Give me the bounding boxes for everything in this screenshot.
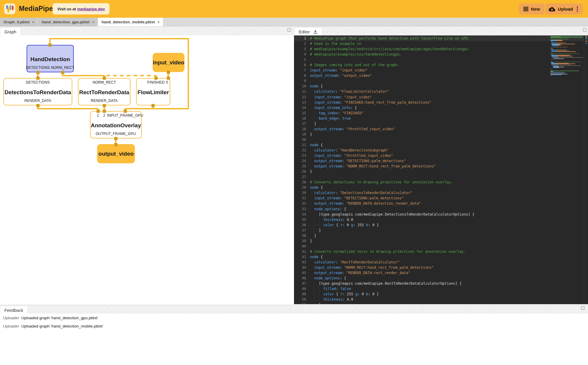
file-tab-hand_detection_mobile.pbtxt[interactable]: hand_detection_mobile.pbtxt×: [98, 18, 163, 26]
line-number: 26: [294, 170, 310, 174]
node-input-label: 1: [97, 113, 99, 118]
code-line: 27: [294, 174, 584, 180]
editor-panel-expand-icon[interactable]: [583, 28, 586, 32]
code-line: 43 calculator: "RectToRenderDataCalculat…: [294, 260, 584, 265]
code-line: 12 input_stream: "input_video": [294, 94, 584, 100]
minimap[interactable]: [551, 36, 583, 76]
code-line: 16 back_edge: true: [294, 116, 584, 121]
code-line: 50 thickness: 4.0: [294, 297, 584, 302]
graph-port: [151, 104, 155, 107]
code-line: 23 input_stream: "throttled_input_video": [294, 153, 584, 158]
code-line: 48 filled: false: [294, 286, 584, 291]
close-tab-icon[interactable]: ×: [32, 20, 35, 24]
upload-button-label: Upload: [558, 6, 573, 12]
line-number: 47: [294, 281, 310, 286]
file-tab-Graph_0.pbtxt[interactable]: Graph_0.pbtxt×: [0, 18, 37, 26]
line-number: 30: [294, 191, 310, 195]
line-number: 8: [294, 74, 310, 78]
graph-port: [36, 104, 40, 107]
node-input-label: 2: [103, 113, 105, 118]
line-number: 20: [294, 138, 310, 142]
ruler-mark: [585, 36, 587, 37]
feedback-panel-expand-icon[interactable]: [581, 307, 584, 310]
line-number: 10: [294, 84, 310, 88]
line-number: 21: [294, 143, 310, 147]
code-line: 26}: [294, 169, 584, 174]
new-button-label: New: [531, 6, 540, 12]
node-output-label: OUTPUT_FRAME_GPU: [96, 132, 136, 136]
code-line: 21node {: [294, 142, 584, 148]
code-line: 41# Converts normalized rects to drawing…: [294, 249, 584, 254]
close-tab-icon[interactable]: ×: [157, 20, 160, 24]
graph-node-input_video[interactable]: input_video: [153, 53, 184, 72]
file-tab-hand_detection_gpu.pbtxt[interactable]: hand_detection_gpu.pbtxt×: [38, 18, 97, 26]
download-icon[interactable]: [313, 29, 318, 34]
graph-port: [103, 110, 106, 113]
minimap-divider: [584, 35, 584, 304]
tab-editor[interactable]: Editor: [294, 27, 322, 36]
code-line: 9: [294, 78, 584, 84]
code-line: 5: [294, 57, 584, 62]
graph-node-title: HandDetection: [27, 56, 73, 63]
line-number: 9: [294, 79, 310, 83]
graph-node-title: DetectionsToRenderData: [4, 89, 72, 96]
graph-node-title: AnnotationOverlay: [91, 122, 141, 129]
line-number: 37: [294, 228, 310, 232]
line-number: 51: [294, 303, 310, 304]
graph-edge: [125, 105, 153, 111]
line-number: 19: [294, 132, 310, 136]
line-number: 5: [294, 58, 310, 62]
code-line: 49 color { r: 255 g: 0 b: 0 }: [294, 291, 584, 297]
line-number: 23: [294, 154, 310, 158]
code-line: 29node {: [294, 185, 584, 190]
code-line: 14 input_stream_info: {: [294, 105, 584, 110]
line-number: 15: [294, 111, 310, 115]
code-line: 4# mediapipie/examples/ios/handdetection…: [294, 52, 584, 57]
code-line: 44 input_stream: "NORM_RECT:hand_rect_fr…: [294, 265, 584, 270]
graph-node-output_video[interactable]: output_video: [97, 144, 135, 163]
graph-node-title: input_video: [153, 59, 184, 66]
graph-port: [97, 110, 100, 113]
graph-port: [103, 76, 106, 80]
line-number: 12: [294, 95, 310, 99]
line-number: 22: [294, 148, 310, 152]
graph-edge: [38, 105, 98, 111]
line-number: 32: [294, 201, 310, 206]
graph-port: [167, 76, 170, 80]
graph-port: [36, 71, 40, 74]
mediapipe-dev-link[interactable]: mediapipe.dev: [77, 7, 105, 11]
feedback-log: UploaderUploaded graph 'hand_detection_g…: [0, 314, 588, 365]
code-line: 18 output_stream: "throttled_input_video…: [294, 126, 584, 132]
code-line: 35 thickness: 4.0: [294, 217, 584, 222]
upload-button[interactable]: Upload: [545, 4, 583, 14]
overview-ruler: [585, 35, 588, 304]
new-button[interactable]: New: [519, 4, 544, 14]
feedback-message: Uploaded graph 'hand_detection_mobile.pb…: [21, 324, 103, 328]
graph-port: [103, 104, 106, 107]
graph-port: [114, 137, 117, 140]
code-lines: 1# MediaPipe graph that performs hand de…: [294, 36, 584, 304]
line-number: 14: [294, 106, 310, 110]
graph-node-title: FlowLimiter: [137, 89, 170, 96]
close-tab-icon[interactable]: ×: [92, 20, 94, 24]
line-number: 49: [294, 292, 310, 296]
ruler-mark: [585, 39, 587, 40]
code-line: 11 calculator: "FlowLimiterCalculator": [294, 89, 584, 94]
ruler-mark: [585, 43, 587, 44]
code-editor[interactable]: 1# MediaPipe graph that performs hand de…: [294, 35, 588, 304]
upload-menu-kebab-icon[interactable]: [577, 6, 578, 12]
node-output-label: RENDER_DATA: [91, 99, 117, 103]
node-input-label: DETECTIONS: [26, 80, 50, 84]
node-input-label: NORM_RECT: [92, 80, 116, 84]
ruler-mark: [585, 38, 587, 38]
code-line: 10node {: [294, 84, 584, 89]
graph-node-title: output_video: [97, 151, 135, 157]
code-line: 31 input_stream: "DETECTIONS:palm_detect…: [294, 195, 584, 201]
code-line: 7input_stream: "input_video": [294, 68, 584, 73]
line-number: 31: [294, 196, 310, 200]
code-line: 3# mediapipie/examples/android/src/java/…: [294, 46, 584, 52]
tab-feedback[interactable]: Feedback: [0, 306, 28, 314]
code-line: 20: [294, 137, 584, 142]
feedback-tab-label: Feedback: [4, 308, 23, 313]
graph-port: [36, 76, 40, 80]
